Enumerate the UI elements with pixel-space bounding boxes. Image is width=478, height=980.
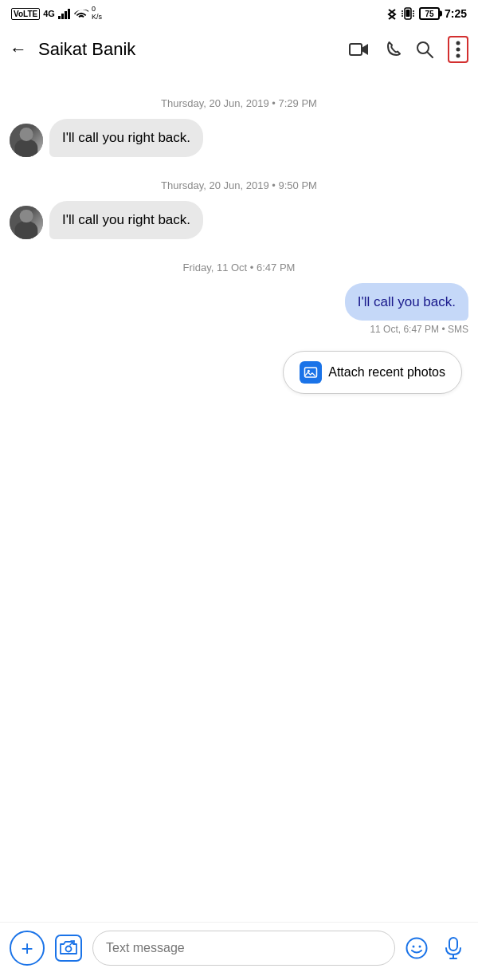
signal-bars-icon: [58, 8, 71, 19]
svg-rect-2: [65, 11, 67, 19]
data-speed: 0K/s: [92, 6, 102, 22]
input-bar: +: [0, 922, 478, 980]
battery-indicator: 75: [419, 7, 440, 20]
volte-indicator: VoLTE: [11, 8, 40, 20]
chat-area: Thursday, 20 Jun, 2019 • 7:29 PM I'll ca…: [0, 73, 478, 922]
attach-recent-photos-button[interactable]: Attach recent photos: [283, 351, 462, 394]
attach-photos-label: Attach recent photos: [328, 365, 445, 380]
back-button[interactable]: ←: [10, 36, 35, 63]
svg-rect-25: [449, 938, 457, 950]
svg-point-19: [308, 370, 310, 372]
svg-rect-0: [58, 16, 61, 19]
attach-media-button[interactable]: [51, 931, 86, 966]
bubble-3: I'll call you back.: [345, 283, 468, 321]
video-call-button[interactable]: [349, 41, 370, 57]
attach-photo-icon: [300, 361, 322, 384]
message-row-3: I'll call you back. 11 Oct, 6:47 PM • SM…: [10, 283, 468, 336]
attach-media-icon: [55, 935, 82, 962]
sent-meta-3: 11 Oct, 6:47 PM • SMS: [370, 324, 468, 335]
bubble-1: I'll call you right back.: [49, 119, 203, 157]
microphone-icon: [443, 937, 464, 959]
svg-rect-1: [61, 14, 64, 19]
image-icon: [304, 365, 318, 380]
microphone-button[interactable]: [438, 933, 468, 963]
avatar-1: [10, 124, 43, 157]
vibrate-icon: [402, 7, 414, 20]
svg-point-17: [456, 54, 460, 58]
add-attachment-button[interactable]: +: [10, 931, 45, 966]
wifi-icon: [74, 8, 88, 19]
more-options-button[interactable]: [448, 36, 468, 63]
timestamp-2: Thursday, 20 Jun, 2019 • 9:50 PM: [10, 179, 468, 191]
emoji-button[interactable]: [402, 933, 432, 963]
svg-point-16: [456, 48, 460, 52]
toolbar-icons: [349, 36, 468, 63]
network-type: 4G: [43, 9, 55, 18]
bluetooth-icon: [387, 6, 397, 21]
avatar-2: [10, 206, 43, 239]
plus-icon: +: [21, 938, 33, 958]
message-input[interactable]: [92, 931, 395, 966]
svg-point-24: [419, 946, 421, 948]
svg-rect-3: [68, 9, 70, 19]
phone-call-button[interactable]: [384, 41, 402, 58]
timestamp-3: Friday, 11 Oct • 6:47 PM: [10, 262, 468, 274]
message-row-2: I'll call you right back.: [10, 201, 468, 239]
emoji-icon: [406, 937, 428, 959]
timestamp-1: Thursday, 20 Jun, 2019 • 7:29 PM: [10, 97, 468, 109]
svg-point-23: [413, 946, 415, 948]
search-button[interactable]: [416, 41, 433, 58]
svg-line-14: [427, 52, 433, 57]
svg-rect-12: [350, 44, 362, 55]
svg-rect-5: [406, 10, 409, 17]
svg-point-15: [456, 41, 460, 45]
status-bar: VoLTE 4G 0K/s: [0, 0, 478, 26]
message-row-1: I'll call you right back.: [10, 119, 468, 157]
contact-name: Saikat Banik: [38, 39, 349, 60]
bubble-2: I'll call you right back.: [49, 201, 203, 239]
time-display: 7:25: [445, 7, 467, 20]
status-left: VoLTE 4G 0K/s: [11, 6, 102, 22]
attach-photos-row: Attach recent photos: [10, 341, 468, 399]
status-right: 75 7:25: [387, 6, 467, 21]
svg-rect-20: [56, 935, 81, 961]
toolbar: ← Saikat Banik: [0, 26, 478, 73]
svg-point-22: [407, 939, 427, 958]
